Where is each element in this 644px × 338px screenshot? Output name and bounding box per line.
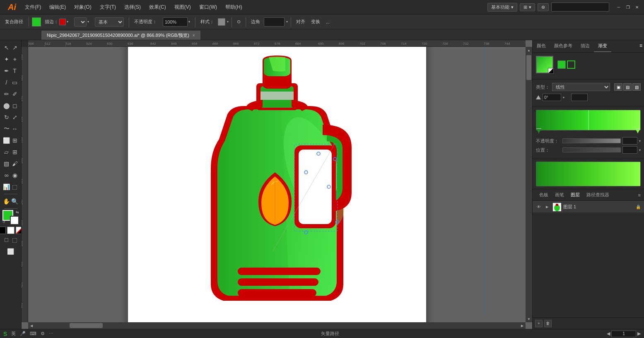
artboard-tool-btn[interactable]: ⬚ [11, 181, 19, 193]
rect-tool-btn[interactable]: ▭ [11, 77, 19, 88]
stroke-color-box[interactable] [10, 216, 19, 225]
scroll-right-arrow[interactable]: ▶ [519, 322, 526, 329]
angle-input[interactable] [543, 94, 561, 101]
menu-object[interactable]: 对象(O) [70, 0, 95, 14]
tab-color-ref[interactable]: 颜色参考 [550, 40, 576, 52]
tab-color[interactable]: 颜色 [533, 40, 550, 52]
stroke-width-field[interactable]: ▾ [72, 16, 91, 28]
gradient-swatch-big[interactable] [536, 56, 553, 73]
tab-swatches[interactable]: 色板 [536, 191, 552, 199]
document-tab-close[interactable]: × [193, 33, 195, 38]
fill-mode-icon[interactable] [0, 227, 6, 234]
mesh-tool-btn[interactable]: ⊞ [11, 146, 19, 158]
graph-tool-btn[interactable]: 📊 [2, 181, 11, 193]
more-btn[interactable]: ... [324, 16, 332, 28]
width-tool-btn[interactable]: ↔ [11, 123, 19, 135]
magic-wand-tool-btn[interactable]: ✦ [2, 53, 11, 65]
stroke-mode-icon[interactable] [7, 227, 14, 234]
scroll-down-arrow[interactable]: ▼ [526, 316, 532, 322]
small-swatch-stroke[interactable] [567, 60, 575, 69]
horizontal-scrollbar[interactable]: ◀ ▶ [28, 322, 526, 329]
stroke-style-field[interactable]: 基本 [93, 16, 126, 28]
scroll-up-arrow[interactable]: ▲ [526, 47, 532, 53]
tab-pathfinder[interactable]: 路径查找器 [583, 191, 613, 199]
line-tool-btn[interactable]: / [2, 77, 11, 88]
opacity-value-input[interactable] [163, 17, 188, 27]
search-input[interactable] [551, 2, 609, 12]
angle-dropdown[interactable]: ▾ [563, 96, 564, 99]
tab-stroke[interactable]: 描边 [576, 40, 594, 52]
style-swatch[interactable] [218, 18, 225, 26]
direct-selection-tool-btn[interactable]: ↗ [11, 42, 19, 53]
horizontal-scrollbar-thumb[interactable] [70, 323, 103, 328]
lasso-tool-btn[interactable]: ⌖ [11, 53, 19, 65]
opacity-value-input-2[interactable] [622, 137, 637, 145]
panel-collapse-btn[interactable]: ≡ [638, 40, 644, 52]
position-value-input[interactable] [622, 146, 637, 154]
vertical-scrollbar[interactable]: ▲ ▼ [526, 47, 532, 322]
workspace-button[interactable]: 基本功能 ▾ [487, 3, 517, 12]
menu-file[interactable]: 文件(F) [21, 0, 45, 14]
broadcast-button[interactable]: ⊛ [538, 3, 549, 11]
close-button[interactable]: ✕ [633, 3, 641, 11]
free-transform-tool-btn[interactable]: ⬜ [2, 135, 11, 146]
scale-tool-btn[interactable]: ⤢ [11, 111, 19, 123]
pencil-tool-btn[interactable]: ✐ [11, 88, 19, 100]
menu-select[interactable]: 选择(S) [120, 0, 145, 14]
layer-add-btn[interactable]: + [535, 320, 543, 327]
gradient-midpoint[interactable] [588, 110, 589, 130]
menu-effect[interactable]: 效果(C) [145, 0, 170, 14]
layer-lock-toggle[interactable]: 🔒 [636, 205, 641, 209]
menu-view[interactable]: 视图(V) [170, 0, 195, 14]
stroke-color-swatch[interactable] [59, 19, 66, 25]
hand-tool-btn[interactable]: ✋ [2, 196, 11, 207]
menu-window[interactable]: 窗口(W) [195, 0, 221, 14]
fill-color-swatch[interactable] [32, 17, 41, 27]
minimize-button[interactable]: ─ [615, 3, 622, 11]
position-slider[interactable] [562, 147, 621, 152]
opacity-slider[interactable] [562, 138, 621, 143]
content-view-btn[interactable]: ⬚ [11, 234, 19, 246]
stroke-width-select[interactable] [74, 17, 87, 27]
blend-tool-btn[interactable]: ∞ [2, 169, 11, 181]
color-swap-icon[interactable]: ⇆ [16, 210, 19, 214]
shape-builder-tool-btn[interactable]: ⊞ [11, 135, 19, 146]
zoom-tool-btn[interactable]: 🔍 [11, 196, 19, 207]
rotate-tool-btn[interactable]: ↻ [2, 111, 11, 123]
corner-input[interactable] [264, 17, 285, 27]
layer-visibility-toggle[interactable]: 👁 [536, 204, 542, 210]
small-swatch-1[interactable] [557, 60, 566, 69]
gradient-type-select[interactable]: 线性 [552, 83, 610, 91]
layers-panel-collapse[interactable]: ≡ [638, 193, 641, 198]
document-tab[interactable]: Nipic_29842067_20190905150420890000.ai* … [41, 31, 200, 40]
menu-type[interactable]: 文字(T) [96, 0, 120, 14]
next-page-btn[interactable]: ▶ [637, 331, 641, 336]
tab-gradient[interactable]: 渐变 [594, 40, 611, 52]
symbol-tool-btn[interactable]: ◉ [11, 169, 19, 181]
stroke-icon-1[interactable]: ▣ [614, 83, 622, 91]
type-tool-btn[interactable]: T [11, 65, 19, 77]
layer-expand-btn[interactable]: ▶ [544, 204, 550, 210]
view-options-btn[interactable]: ⊙ [235, 16, 243, 28]
position-input[interactable] [571, 94, 588, 101]
tab-layers[interactable]: 图层 [567, 191, 583, 199]
stroke-icon-2[interactable]: ▤ [623, 83, 632, 91]
none-mode-icon[interactable] [16, 227, 22, 234]
tab-brushes[interactable]: 画笔 [552, 191, 567, 199]
eraser-tool-btn[interactable]: ◻ [11, 100, 19, 111]
scroll-left-arrow[interactable]: ◀ [28, 322, 35, 329]
gradient-bar[interactable] [536, 110, 641, 130]
gradient-tool-btn[interactable]: ▧ [2, 158, 11, 169]
pen-tool-btn[interactable]: ✒ [2, 65, 11, 77]
menu-edit[interactable]: 编辑(E) [45, 0, 70, 14]
toggle-screen-btn[interactable]: ⬜ [2, 246, 19, 257]
normal-mode-btn[interactable]: □ [2, 234, 11, 246]
color-reset-icon[interactable]: ↺ [2, 220, 5, 224]
page-number-input[interactable] [611, 331, 636, 337]
brush-tool-btn[interactable]: ✏ [2, 88, 11, 100]
restore-button[interactable]: ❐ [624, 3, 632, 11]
layer-delete-btn[interactable]: 🗑 [544, 320, 552, 327]
warp-tool-btn[interactable]: 〜 [2, 123, 11, 135]
opacity-input[interactable]: ▾ [161, 16, 192, 28]
arrangement-button[interactable]: ⊞ ▾ [520, 3, 535, 11]
